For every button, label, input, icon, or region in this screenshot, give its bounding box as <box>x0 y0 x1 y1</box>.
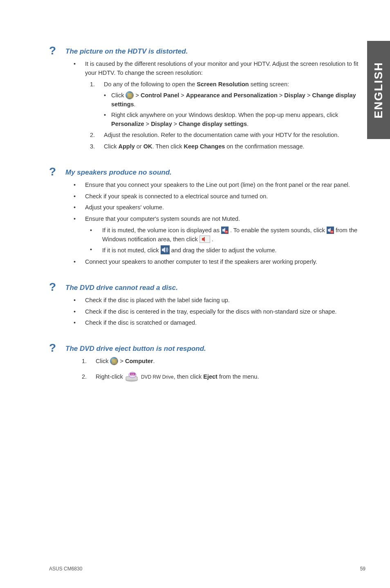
svg-rect-5 <box>331 231 333 232</box>
windows-start-icon <box>110 357 118 365</box>
faq-text: It is caused by the different resolution… <box>85 60 365 78</box>
faq-text: Ensure that you connect your speakers to… <box>85 181 365 190</box>
faq-title: The picture on the HDTV is distorted. <box>65 45 188 56</box>
question-mark-icon: ? <box>49 45 65 56</box>
step-text: Click > Computer. <box>96 357 365 366</box>
windows-start-icon <box>126 91 134 99</box>
language-tab: ENGLISH <box>367 41 390 139</box>
faq-text: Check if the disc is scratched or damage… <box>85 319 365 328</box>
svg-text:DVD: DVD <box>131 373 134 375</box>
faq-text: Check if the disc is centered in the tra… <box>85 307 365 316</box>
language-tab-label: ENGLISH <box>372 62 385 118</box>
faq-block-dvd-read: ? The DVD drive cannot read a disc. •Che… <box>49 281 365 328</box>
page-footer: ASUS CM6830 59 <box>49 566 365 572</box>
faq-text: Check if the disc is placed with the lab… <box>85 296 365 305</box>
substep-text: If it is muted, the volume icon is displ… <box>102 226 365 244</box>
speaker-muted-icon <box>221 227 229 234</box>
substep-text: Right click anywhere on your Windows des… <box>111 111 365 129</box>
step-text: Do any of the following to open the Scre… <box>104 80 365 89</box>
step-text: Click Apply or OK. Then click Keep Chang… <box>104 142 365 151</box>
question-mark-icon: ? <box>49 166 65 177</box>
footer-page-number: 59 <box>360 566 365 572</box>
footer-model: ASUS CM6830 <box>49 566 82 572</box>
speaker-muted-icon <box>327 227 334 234</box>
step-text: Adjust the resolution. Refer to the docu… <box>104 131 365 140</box>
question-mark-icon: ? <box>49 281 65 293</box>
faq-title: The DVD drive eject button is not respon… <box>65 342 206 354</box>
substep-text: If it is not muted, click and drag the s… <box>102 245 365 255</box>
faq-block-speakers: ? My speakers produce no sound. •Ensure … <box>49 166 365 267</box>
substep-text: Click > Control Panel > Appearance and P… <box>111 91 365 109</box>
step-text: Right-click DVD DVD RW Drive , then clic… <box>96 372 365 382</box>
mixer-button-icon <box>199 236 210 243</box>
faq-text: Ensure that your computer's system sound… <box>85 215 365 224</box>
faq-text: Adjust your speakers' volume. <box>85 203 365 212</box>
faq-title: My speakers produce no sound. <box>65 166 172 177</box>
faq-text: Connect your speakers to another compute… <box>85 258 365 267</box>
question-mark-icon: ? <box>49 342 65 354</box>
faq-block-dvd-eject: ? The DVD drive eject button is not resp… <box>49 342 365 382</box>
faq-title: The DVD drive cannot read a disc. <box>65 281 178 293</box>
dvd-drive-icon: DVD DVD RW Drive <box>125 372 174 382</box>
svg-rect-2 <box>225 231 227 232</box>
speaker-icon <box>161 245 170 254</box>
faq-block-hdtv: ? The picture on the HDTV is distorted. … <box>49 45 365 151</box>
dvd-drive-label: DVD RW Drive <box>141 373 174 381</box>
faq-text: Check if your speak is connected to a el… <box>85 192 365 201</box>
